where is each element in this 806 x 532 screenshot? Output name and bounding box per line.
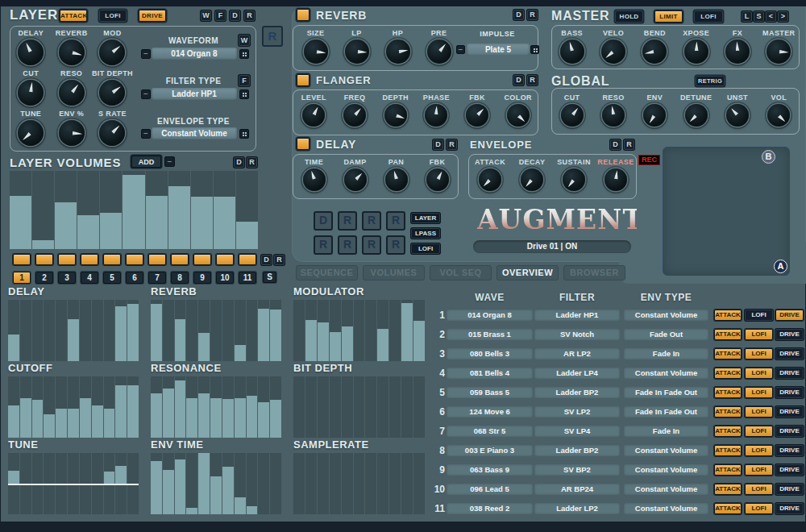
chart-bar[interactable] — [354, 376, 365, 438]
chart-bar[interactable] — [401, 453, 413, 514]
chart-bar[interactable] — [401, 300, 413, 361]
envelope-grid-button[interactable] — [239, 129, 249, 139]
mini-button-r[interactable]: R — [447, 139, 457, 150]
chart-bar[interactable] — [330, 300, 341, 361]
chart-bar[interactable] — [377, 453, 388, 514]
dr-grid-button-r2c2-r[interactable]: R — [338, 235, 357, 255]
row-1-env-cell[interactable]: Constant Volume — [624, 310, 708, 321]
mini-button-r[interactable]: R — [527, 75, 538, 85]
chart-bar[interactable] — [186, 453, 197, 514]
sustain-knob[interactable] — [563, 168, 585, 191]
layer-drive-toggle[interactable]: DRIVE — [139, 10, 166, 22]
row-4-filter-cell[interactable]: Ladder LP4 — [534, 368, 620, 379]
row-9-attack-button[interactable]: ATTACK — [714, 464, 742, 476]
chart-bar[interactable] — [377, 376, 388, 438]
row-8-env-cell[interactable]: Constant Volume — [624, 445, 708, 456]
waveform-grid-button[interactable] — [239, 49, 249, 59]
mini-button-r[interactable]: R — [274, 255, 285, 265]
chart-bar[interactable] — [270, 453, 281, 514]
layer-select-button-2[interactable]: 2 — [35, 272, 53, 284]
row-5-wave-cell[interactable]: 059 Bass 5 — [447, 387, 533, 398]
layer-11-mute-toggle[interactable] — [239, 254, 256, 265]
layer-9-mute-toggle[interactable] — [193, 254, 211, 265]
chart-bar[interactable] — [44, 376, 55, 438]
color-knob[interactable] — [507, 104, 530, 127]
chart-bar[interactable] — [258, 376, 269, 438]
row-6-attack-button[interactable]: ATTACK — [714, 406, 742, 418]
chart-bar[interactable] — [235, 376, 246, 438]
row-3-env-cell[interactable]: Fade In — [624, 348, 708, 360]
row-3-lofi-button[interactable]: LOFI — [745, 348, 773, 360]
impulse-grid-button[interactable] — [530, 45, 539, 54]
chart-bar[interactable] — [32, 171, 54, 249]
time-knob[interactable] — [303, 168, 326, 191]
tab-browser[interactable]: BROWSER — [563, 265, 625, 281]
chart-bar[interactable] — [151, 300, 162, 361]
chart-bar[interactable] — [258, 300, 269, 361]
row-2-attack-button[interactable]: ATTACK — [714, 329, 742, 340]
chart-bar[interactable] — [222, 300, 234, 361]
row-1-attack-button[interactable]: ATTACK — [714, 310, 742, 321]
chart-bar[interactable] — [389, 376, 401, 438]
impulse-select[interactable]: Plate 5 — [467, 44, 530, 56]
impulse-minus-button[interactable]: − — [456, 45, 465, 54]
waveform-w-button[interactable]: W — [239, 35, 250, 46]
chart-bar[interactable] — [210, 453, 222, 514]
chart-bar[interactable] — [163, 453, 174, 514]
row-9-wave-cell[interactable]: 063 Bass 9 — [447, 464, 533, 476]
chart-bar[interactable] — [198, 300, 210, 361]
row-11-wave-cell[interactable]: 038 Reed 2 — [447, 503, 533, 514]
row-3-drive-button[interactable]: DRIVE — [775, 348, 804, 360]
filter-type-select[interactable]: Ladder HP1 — [152, 88, 237, 100]
chart-bar[interactable] — [354, 300, 365, 361]
row-10-filter-cell[interactable]: AR BP24 — [534, 484, 620, 495]
chart-bar[interactable] — [151, 376, 162, 438]
chart-bar[interactable] — [330, 376, 341, 438]
chart-bar[interactable] — [247, 376, 258, 438]
bit-depth-knob[interactable] — [99, 80, 125, 106]
row-8-lofi-button[interactable]: LOFI — [745, 445, 773, 456]
chart-bar[interactable] — [235, 300, 246, 361]
mod-knob[interactable] — [99, 39, 125, 65]
chart-bar[interactable] — [198, 453, 210, 514]
add-layer-button[interactable]: ADD — [131, 156, 161, 168]
row-6-env-cell[interactable]: Fade In Fade Out — [624, 406, 708, 418]
row-5-lofi-button[interactable]: LOFI — [745, 387, 773, 398]
hold-toggle[interactable]: HOLD — [615, 10, 643, 23]
chart-bar[interactable] — [104, 300, 115, 361]
filter-grid-button[interactable] — [239, 89, 249, 99]
chart-bar[interactable] — [56, 300, 67, 361]
waveform-minus-button[interactable]: − — [141, 49, 151, 59]
chart-bar[interactable] — [92, 376, 103, 438]
preset-display[interactable]: Drive 01 | ON — [473, 240, 631, 253]
mini-button-r[interactable]: R — [527, 10, 538, 20]
dr-grid-button-r1c4-r[interactable]: R — [386, 211, 405, 231]
row-6-drive-button[interactable]: DRIVE — [775, 406, 804, 418]
pan-knob[interactable] — [385, 168, 408, 191]
morph-b-badge[interactable]: B — [762, 150, 775, 164]
layer-attack-toggle[interactable]: ATTACK — [60, 10, 87, 22]
chart-bar[interactable] — [168, 171, 190, 249]
bass-knob[interactable] — [560, 39, 584, 64]
chart-bar[interactable] — [305, 300, 317, 361]
row-5-drive-button[interactable]: DRIVE — [775, 387, 804, 398]
dr-grid-label-lofi[interactable]: LOFI — [411, 243, 440, 254]
chart-bar[interactable] — [293, 300, 305, 361]
phase-knob[interactable] — [425, 104, 447, 127]
row-4-attack-button[interactable]: ATTACK — [714, 368, 742, 379]
row-4-wave-cell[interactable]: 081 Bells 4 — [447, 368, 533, 379]
row-11-drive-button[interactable]: DRIVE — [775, 503, 804, 514]
mini-button-r[interactable]: R — [624, 139, 634, 150]
row-2-env-cell[interactable]: Fade Out — [624, 329, 708, 340]
chart-bar[interactable] — [305, 376, 317, 438]
rec-button[interactable]: REC — [638, 155, 660, 165]
decay-knob[interactable] — [521, 168, 543, 191]
layer-7-mute-toggle[interactable] — [148, 254, 166, 265]
chart-bar[interactable] — [104, 376, 115, 438]
row-1-filter-cell[interactable]: Ladder HP1 — [534, 310, 620, 321]
row-7-env-cell[interactable]: Fade In — [624, 426, 708, 437]
chart-bar[interactable] — [365, 300, 376, 361]
row-2-wave-cell[interactable]: 015 Brass 1 — [447, 329, 533, 340]
chart-bar[interactable] — [32, 376, 44, 438]
layer-5-mute-toggle[interactable] — [103, 254, 121, 265]
